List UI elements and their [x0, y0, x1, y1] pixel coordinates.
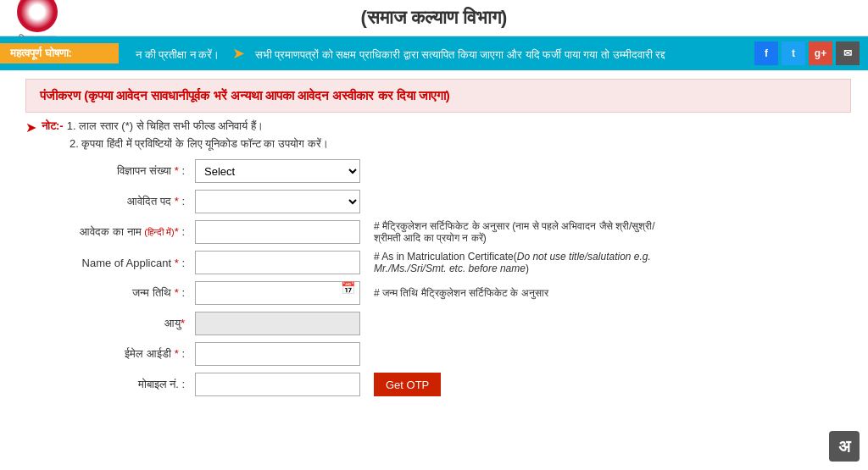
form-row-email: ईमेल आईडी * :: [25, 342, 851, 366]
logo-inner: [20, 0, 54, 29]
label-vigyan-sankhya: विज्ञापन संख्या * :: [25, 164, 195, 178]
registration-header: पंजीकरण (कृपया आवेदन सावधानीपूर्वक भरें …: [25, 79, 851, 113]
facebook-icon[interactable]: f: [754, 41, 778, 65]
form-row-janm-tithi: जन्म तिथि * : 📅 # जन्म तिथि मैट्रिकुलेशन…: [25, 281, 851, 305]
page-title: (समाज कल्याण विभाग): [361, 7, 508, 29]
form-row-naam-hindi: आवेदक का नाम (हिन्दी में)* : # मैट्रिकुल…: [25, 220, 851, 244]
note-arrow-icon: ➤: [25, 119, 36, 135]
note-2-text: 2. कृपया हिंदी में प्रविष्टियों के लिए य…: [70, 137, 329, 151]
select-avedit-pad[interactable]: [195, 190, 360, 213]
hint-naam-english: # As in Matriculation Certificate(Do not…: [374, 251, 651, 274]
main-content: पंजीकरण (कृपया आवेदन सावधानीपूर्वक भरें …: [0, 79, 868, 412]
logo-circle: [17, 0, 58, 32]
form-row-naam-english: Name of Applicant * : # As in Matriculat…: [25, 251, 851, 274]
input-janm-tithi[interactable]: [195, 281, 360, 305]
form-row-aayu: आयु*: [25, 312, 851, 335]
watermark: अ: [829, 431, 860, 462]
input-naam-hindi[interactable]: [195, 220, 360, 244]
label-janm-tithi: जन्म तिथि * :: [25, 286, 195, 300]
mail-icon[interactable]: ✉: [836, 41, 860, 65]
ticker-content: न की प्रतीक्षा न करें। ➤ सभी प्रमाणपत्रो…: [119, 44, 754, 63]
date-wrapper: 📅: [195, 281, 360, 305]
label-email: ईमेल आईडी * :: [25, 347, 195, 361]
hint-naam-hindi: # मैट्रिकुलेशन सर्टिफिकेट के अनुसार (नाम…: [374, 220, 655, 244]
form-row-avedit-pad: आवेदित पद * :: [25, 190, 851, 213]
input-aayu: [195, 312, 360, 335]
gplus-icon[interactable]: g+: [809, 41, 832, 65]
note-2: 2. कृपया हिंदी में प्रविष्टियों के लिए य…: [70, 137, 851, 151]
note-1: ➤ नोट:- 1. लाल स्तार (*) से चिहित सभी फी…: [25, 119, 851, 135]
input-naam-english[interactable]: [195, 251, 360, 274]
ticker-message2: सभी प्रमाणपत्रों को सक्षम प्राधिकारी द्व…: [255, 48, 666, 61]
hint-janm-tithi: # जन्म तिथि मैट्रिकुलेशन सर्टिफिकेट के अ…: [374, 287, 548, 299]
form-row-vigyan-sankhya: विज्ञापन संख्या * : Select: [25, 159, 851, 183]
label-aayu: आयु*: [25, 317, 195, 330]
registration-heading: पंजीकरण (कृपया आवेदन सावधानीपूर्वक भरें …: [40, 88, 837, 103]
label-naam-hindi: आवेदक का नाम (हिन्दी में)* :: [25, 225, 195, 239]
form-row-mobile: मोबाइल नं. : Get OTP: [25, 373, 851, 396]
ticker-label: महत्वपूर्ण घोषणा:: [0, 43, 119, 64]
input-email[interactable]: [195, 342, 360, 366]
ticker-bar: महत्वपूर्ण घोषणा: न की प्रतीक्षा न करें।…: [0, 36, 868, 70]
social-icons: f t g+ ✉: [754, 41, 868, 65]
twitter-icon[interactable]: t: [782, 41, 805, 65]
get-otp-button[interactable]: Get OTP: [374, 373, 441, 396]
note-prefix: नोट:-: [42, 119, 64, 133]
label-naam-english: Name of Applicant * :: [25, 257, 195, 269]
note-1-text: 1. लाल स्तार (*) से चिहित सभी फील्ड अनिव…: [67, 119, 264, 133]
form-section: विज्ञापन संख्या * : Select आवेदित पद * :…: [25, 159, 851, 396]
label-mobile: मोबाइल नं. :: [25, 378, 195, 391]
ticker-arrow: ➤: [232, 45, 245, 62]
notes-section: ➤ नोट:- 1. लाल स्तार (*) से चिहित सभी फी…: [25, 119, 851, 151]
input-mobile[interactable]: [195, 373, 360, 396]
label-avedit-pad: आवेदित पद * :: [25, 195, 195, 208]
page-header: बिहार सरकार (समाज कल्याण विभाग): [0, 0, 868, 36]
calendar-icon[interactable]: 📅: [341, 281, 355, 295]
select-vigyan-sankhya[interactable]: Select: [195, 159, 360, 183]
ticker-message1: न की प्रतीक्षा न करें।: [136, 48, 220, 61]
